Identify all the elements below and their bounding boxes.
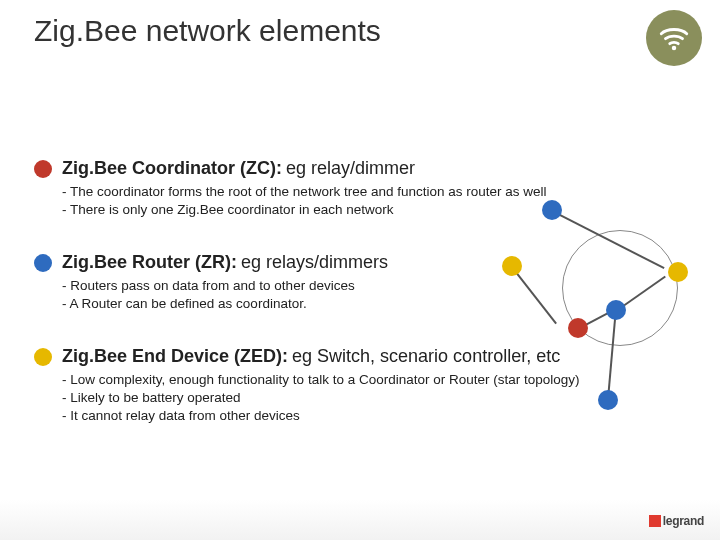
section-heading: Zig.Bee Coordinator (ZC): eg relay/dimme… (34, 158, 700, 179)
wifi-icon (646, 10, 702, 66)
network-diagram (502, 200, 702, 400)
section-label-rest: eg relays/dimmers (241, 252, 388, 273)
section-label-bold: Zig.Bee End Device (ZED): (62, 346, 288, 367)
footer-gradient (0, 500, 720, 540)
dot-icon (34, 254, 52, 272)
node-icon (542, 200, 562, 220)
svg-point-0 (672, 46, 677, 51)
node-icon (668, 262, 688, 282)
section-label-rest: eg relay/dimmer (286, 158, 415, 179)
bullet: - It cannot relay data from other device… (62, 407, 700, 425)
dot-icon (34, 160, 52, 178)
node-icon (606, 300, 626, 320)
node-icon (568, 318, 588, 338)
dot-icon (34, 348, 52, 366)
section-label-bold: Zig.Bee Coordinator (ZC): (62, 158, 282, 179)
page-title: Zig.Bee network elements (34, 14, 381, 48)
section-label-bold: Zig.Bee Router (ZR): (62, 252, 237, 273)
bullet: - The coordinator forms the root of the … (62, 183, 700, 201)
brand-text: legrand (663, 514, 704, 528)
brand-mark-icon (649, 515, 661, 527)
edge (511, 266, 557, 324)
brand-logo: legrand (649, 514, 704, 528)
node-icon (502, 256, 522, 276)
node-icon (598, 390, 618, 410)
